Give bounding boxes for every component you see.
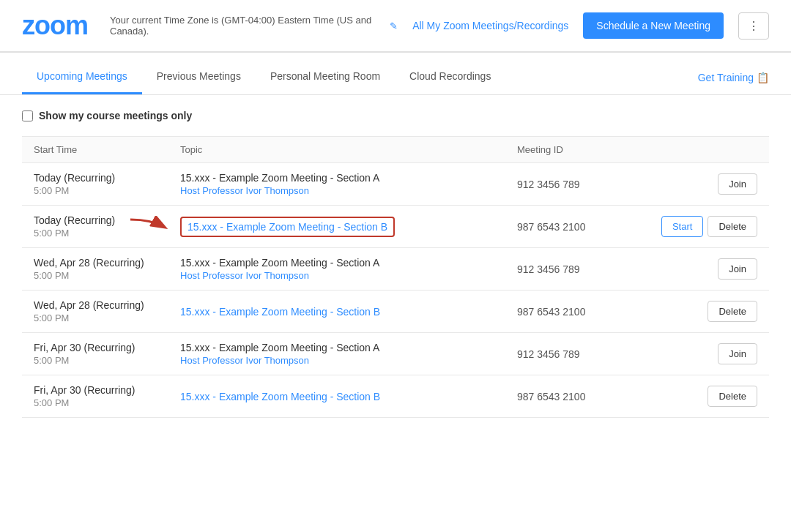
meeting-id-value: 987 6543 2100 [517, 391, 585, 402]
join-button[interactable]: Join [718, 343, 757, 364]
meeting-time: 5:00 PM [34, 312, 157, 323]
meeting-id-value: 987 6543 2100 [517, 306, 585, 318]
delete-button[interactable]: Delete [708, 301, 757, 322]
meeting-id-value: 987 6543 2100 [517, 221, 585, 233]
meeting-topic-link[interactable]: 15.xxx - Example Zoom Meeting - Section … [180, 217, 395, 237]
get-training-label: Get Training [698, 72, 754, 83]
tab-personal-meeting-room[interactable]: Personal Meeting Room [256, 60, 395, 94]
start-button[interactable]: Start [661, 216, 703, 237]
timezone-text: Your current Time Zone is (GMT-04:00) Ea… [110, 15, 375, 37]
cell-time: Today (Recurring)5:00 PM [22, 163, 168, 206]
red-arrow-icon [129, 216, 169, 238]
edit-icon[interactable]: ✎ [390, 20, 398, 31]
get-training-link[interactable]: Get Training 📋 [698, 72, 769, 83]
cell-topic: 15.xxx - Example Zoom Meeting - Section … [168, 248, 505, 291]
cell-meeting-id: 912 3456 789 [505, 163, 637, 206]
all-meetings-link[interactable]: All My Zoom Meetings/Recordings [412, 20, 568, 31]
col-header-start-time: Start Time [22, 137, 168, 163]
schedule-new-meeting-button[interactable]: Schedule a New Meeting [583, 12, 724, 39]
meeting-date: Fri, Apr 30 (Recurring) [34, 342, 157, 353]
cell-time: Fri, Apr 30 (Recurring)5:00 PM [22, 333, 168, 375]
cell-topic: 15.xxx - Example Zoom Meeting - Section … [168, 163, 505, 206]
table-row: Today (Recurring)5:00 PM15.xxx - Example… [22, 163, 769, 206]
meeting-topic: 15.xxx - Example Zoom Meeting - Section … [180, 342, 494, 353]
meeting-time: 5:00 PM [34, 355, 157, 366]
show-course-label: Show my course meetings only [39, 110, 192, 121]
meeting-id-value: 912 3456 789 [517, 348, 580, 360]
content-area: Show my course meetings only Start Time … [0, 95, 791, 432]
cell-topic: 15.xxx - Example Zoom Meeting - Section … [168, 291, 505, 333]
cell-meeting-id: 912 3456 789 [505, 248, 637, 291]
table-row: Wed, Apr 28 (Recurring)5:00 PM15.xxx - E… [22, 291, 769, 333]
table-row: Fri, Apr 30 (Recurring)5:00 PM15.xxx - E… [22, 375, 769, 418]
meeting-date: Wed, Apr 28 (Recurring) [34, 257, 157, 269]
cell-time: Wed, Apr 28 (Recurring)5:00 PM [22, 291, 168, 333]
meeting-time: 5:00 PM [34, 185, 157, 196]
join-button[interactable]: Join [718, 173, 757, 195]
table-header-row: Start Time Topic Meeting ID [22, 137, 769, 163]
cell-meeting-id: 987 6543 2100 [505, 375, 637, 418]
meeting-host: Host Professor Ivor Thompson [180, 185, 494, 196]
cell-actions: Join [637, 163, 769, 206]
cell-actions: Join [637, 333, 769, 375]
zoom-logo: zoom [22, 10, 88, 41]
training-icon: 📋 [757, 72, 769, 83]
header: zoom Your current Time Zone is (GMT-04:0… [0, 0, 791, 52]
cell-time: Fri, Apr 30 (Recurring)5:00 PM [22, 375, 168, 418]
meeting-id-value: 912 3456 789 [517, 263, 580, 275]
cell-actions: Delete [637, 291, 769, 333]
meeting-time: 5:00 PM [34, 270, 157, 281]
meeting-date: Wed, Apr 28 (Recurring) [34, 299, 157, 311]
cell-meeting-id: 912 3456 789 [505, 333, 637, 375]
meeting-host: Host Professor Ivor Thompson [180, 355, 494, 366]
cell-topic: 15.xxx - Example Zoom Meeting - Section … [168, 333, 505, 375]
cell-topic: 15.xxx - Example Zoom Meeting - Section … [168, 375, 505, 418]
show-course-meetings-filter: Show my course meetings only [22, 110, 769, 121]
join-button[interactable]: Join [718, 258, 757, 280]
meeting-id-value: 912 3456 789 [517, 179, 580, 190]
meeting-topic: 15.xxx - Example Zoom Meeting - Section … [180, 172, 494, 184]
meeting-topic-link[interactable]: 15.xxx - Example Zoom Meeting - Section … [180, 306, 494, 318]
meeting-date: Fri, Apr 30 (Recurring) [34, 384, 157, 396]
delete-button[interactable]: Delete [708, 216, 757, 237]
col-header-topic: Topic [168, 137, 505, 163]
cell-meeting-id: 987 6543 2100 [505, 206, 637, 248]
tabs-bar: Upcoming Meetings Previous Meetings Pers… [0, 60, 791, 95]
cell-actions: Join [637, 248, 769, 291]
col-header-actions [637, 137, 769, 163]
cell-actions: Delete [637, 375, 769, 418]
meeting-date: Today (Recurring) [34, 172, 157, 184]
tab-cloud-recordings[interactable]: Cloud Recordings [395, 60, 505, 94]
tab-previous-meetings[interactable]: Previous Meetings [142, 60, 256, 94]
table-row: Wed, Apr 28 (Recurring)5:00 PM15.xxx - E… [22, 248, 769, 291]
cell-actions: StartDelete [637, 206, 769, 248]
cell-meeting-id: 987 6543 2100 [505, 291, 637, 333]
delete-button[interactable]: Delete [708, 386, 757, 407]
meetings-table: Start Time Topic Meeting ID Today (Recur… [22, 136, 769, 418]
col-header-meeting-id: Meeting ID [505, 137, 637, 163]
meeting-host: Host Professor Ivor Thompson [180, 270, 494, 281]
table-row: Fri, Apr 30 (Recurring)5:00 PM15.xxx - E… [22, 333, 769, 375]
more-options-button[interactable]: ⋮ [738, 12, 769, 40]
meeting-topic-link[interactable]: 15.xxx - Example Zoom Meeting - Section … [180, 391, 494, 402]
table-row: Today (Recurring)5:00 PM 15.xxx - Exampl… [22, 206, 769, 248]
cell-topic: 15.xxx - Example Zoom Meeting - Section … [168, 206, 505, 248]
cell-time: Wed, Apr 28 (Recurring)5:00 PM [22, 248, 168, 291]
meeting-time: 5:00 PM [34, 397, 157, 408]
header-divider [0, 52, 791, 53]
show-course-checkbox[interactable] [22, 110, 33, 121]
tab-upcoming-meetings[interactable]: Upcoming Meetings [22, 60, 142, 94]
meeting-topic: 15.xxx - Example Zoom Meeting - Section … [180, 257, 494, 269]
